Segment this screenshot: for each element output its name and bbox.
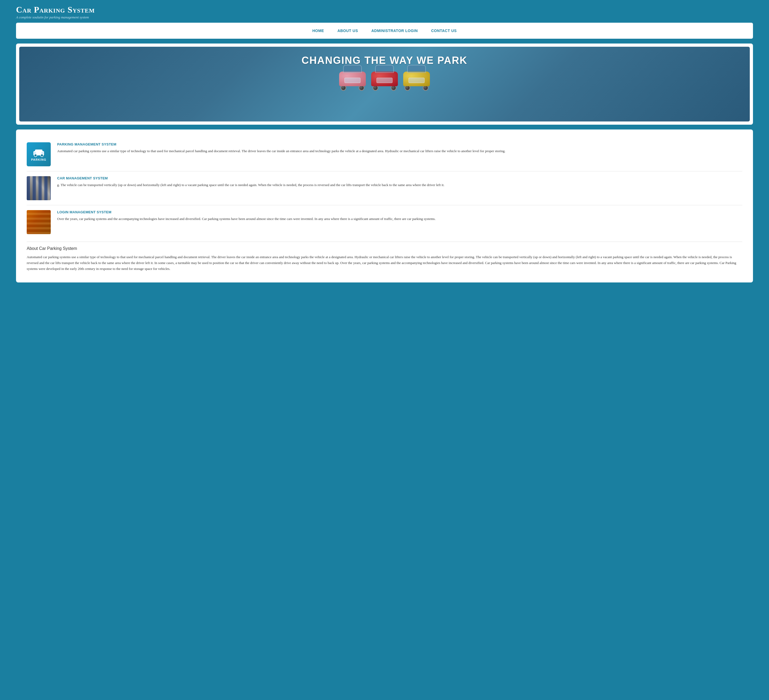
features-container: PARKING PARKING MANAGEMENT SYSTEM Automa… [27, 137, 742, 239]
parking-label: PARKING [31, 158, 47, 161]
site-subtitle: A complete soulutin for parking manageme… [16, 15, 753, 19]
red-car-body [371, 72, 398, 86]
yellow-car-body [403, 72, 430, 86]
feature-title-parking-management: PARKING MANAGEMENT SYSTEM [57, 142, 742, 146]
bottom-spacer [0, 282, 769, 290]
nav-link-about[interactable]: ABOUT US [338, 29, 358, 33]
nav-link-home[interactable]: HOME [312, 29, 324, 33]
feature-content-login-management: LOGIN MANAGEMENT SYSTEM Over the years, … [57, 210, 742, 222]
pink-car-body [339, 72, 366, 86]
about-divider [27, 241, 742, 242]
feature-content-parking-management: PARKING MANAGEMENT SYSTEM Automated car … [57, 142, 742, 154]
svg-rect-1 [35, 150, 42, 153]
car-icon [32, 147, 45, 157]
hero-title: CHANGING THE WAY WE PARK [301, 55, 468, 66]
about-text: Automated car parking systems use a simi… [27, 254, 742, 272]
svg-point-3 [40, 154, 43, 157]
parking-icon-box: PARKING [27, 142, 51, 166]
nav-link-contact[interactable]: CONTACT US [431, 29, 457, 33]
site-title: Car Parking System [16, 5, 753, 14]
info-section: PARKING PARKING MANAGEMENT SYSTEM Automa… [16, 129, 753, 282]
feature-title-car-management: CAR MANAGEMENT SYSTEM [57, 176, 742, 180]
navigation: HOMEABOUT USADMINISTRATOR LOGINCONTACT U… [16, 23, 753, 39]
parking-garage-image [27, 210, 51, 234]
feature-image-parking-management: PARKING [27, 142, 51, 166]
feature-item-parking-management: PARKING PARKING MANAGEMENT SYSTEM Automa… [27, 137, 742, 171]
svg-rect-5 [41, 152, 43, 154]
feature-text-login-management: Over the years, car parking systems and … [57, 216, 742, 222]
hero-section: CHANGING THE WAY WE PARK [16, 43, 753, 125]
feature-text-car-management: g. The vehicle can be transported vertic… [57, 182, 742, 188]
parking-lot-image [27, 176, 51, 200]
hero-image: CHANGING THE WAY WE PARK [19, 47, 750, 121]
yellow-car-top [407, 65, 426, 73]
yellow-car [402, 72, 431, 96]
pink-car-headlights [344, 78, 360, 83]
red-car [370, 72, 399, 96]
pink-car [338, 72, 367, 96]
red-car-top [375, 65, 394, 73]
svg-point-2 [34, 154, 37, 157]
feature-image-car-management [27, 176, 51, 200]
yellow-car-headlights [409, 78, 425, 83]
main-content: CHANGING THE WAY WE PARK [16, 43, 753, 282]
about-title: About Car Parking System [27, 246, 742, 251]
feature-image-login-management [27, 210, 51, 234]
feature-content-car-management: CAR MANAGEMENT SYSTEM g. The vehicle can… [57, 176, 742, 188]
cars-illustration [338, 72, 431, 96]
feature-text-parking-management: Automated car parking systems use a simi… [57, 148, 742, 154]
pink-car-top [343, 65, 362, 73]
feature-item-car-management: CAR MANAGEMENT SYSTEM g. The vehicle can… [27, 171, 742, 205]
feature-title-login-management: LOGIN MANAGEMENT SYSTEM [57, 210, 742, 214]
feature-item-login-management: LOGIN MANAGEMENT SYSTEM Over the years, … [27, 205, 742, 239]
svg-rect-4 [34, 152, 36, 154]
nav-link-admin[interactable]: ADMINISTRATOR LOGIN [372, 29, 418, 33]
red-car-headlights [376, 78, 393, 83]
site-header: Car Parking System A complete soulutin f… [0, 0, 769, 23]
